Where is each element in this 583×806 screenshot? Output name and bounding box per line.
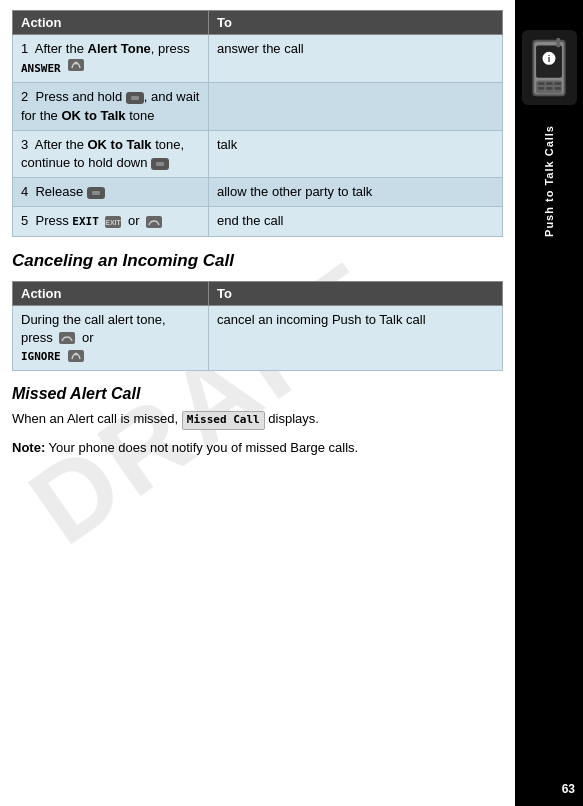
svg-rect-24 (556, 38, 560, 47)
missed-alert-title: Missed Alert Call (12, 385, 503, 403)
canceling-section-title: Canceling an Incoming Call (12, 251, 503, 271)
table-row: 3 After the OK to Talk tone, continue to… (13, 130, 503, 177)
exit-kbd: EXIT (72, 215, 99, 228)
phone-icon-container: i (522, 30, 577, 105)
row-number: 2 (21, 89, 35, 104)
svg-rect-7 (59, 332, 75, 344)
svg-rect-20 (546, 86, 552, 89)
svg-line-8 (62, 339, 63, 341)
ignore-icon (67, 349, 85, 363)
answer-icon (67, 58, 85, 72)
ptt-button-icon-3 (87, 187, 105, 199)
missed-call-badge: Missed Call (182, 411, 265, 430)
row-number: 1 (21, 41, 35, 56)
table-cell-to: talk (209, 130, 503, 177)
table-cell-to: end the call (209, 207, 503, 236)
exit-icon: EXIT (104, 215, 122, 229)
table-cell-action: During the call alert tone, press or IGN… (13, 305, 209, 371)
missed-alert-body: When an Alert call is missed, Missed Cal… (12, 409, 503, 430)
svg-line-9 (71, 339, 72, 341)
row-number: 3 (21, 137, 35, 152)
table-cell-action: 1 After the Alert Tone, press ANSWER (13, 35, 209, 83)
table-cell-action: 3 After the OK to Talk tone, continue to… (13, 130, 209, 177)
bold-text: Alert Tone (88, 41, 151, 56)
svg-rect-10 (68, 350, 84, 362)
table-cell-action: 5 Press EXIT EXIT or (13, 207, 209, 236)
canceling-table-col2-header: To (209, 281, 503, 305)
table-row: 2 Press and hold , and wait for the OK t… (13, 83, 503, 130)
content-area: DRAFT Action To 1 After the Alert Tone, … (0, 0, 515, 806)
table-row: 1 After the Alert Tone, press ANSWER ans… (13, 35, 503, 83)
ptt-button-icon (126, 92, 144, 104)
table-row: 4 Release allow the other party to talk (13, 178, 503, 207)
page-container: DRAFT Action To 1 After the Alert Tone, … (0, 0, 583, 806)
page-number: 63 (562, 782, 575, 796)
ptt-button-icon-2 (151, 158, 169, 170)
svg-text:EXIT: EXIT (106, 219, 122, 226)
canceling-table-col1-header: Action (13, 281, 209, 305)
row-number: 4 (21, 184, 35, 199)
first-table: Action To 1 After the Alert Tone, press … (12, 10, 503, 237)
bold-text: OK to Talk (88, 137, 152, 152)
svg-rect-18 (555, 82, 561, 85)
right-sidebar: i Push to Talk Calls 63 (515, 0, 583, 806)
svg-rect-21 (555, 86, 561, 89)
canceling-table-header-row: Action To (13, 281, 503, 305)
svg-point-1 (75, 62, 78, 65)
note-label: Note: (12, 440, 45, 455)
note-body: Your phone does not notify you of missed… (49, 440, 359, 455)
note-text: Note: Your phone does not notify you of … (12, 438, 503, 458)
table-cell-action: 2 Press and hold , and wait for the OK t… (13, 83, 209, 130)
table-cell-to: cancel an incoming Push to Talk call (209, 305, 503, 371)
row-number: 5 (21, 213, 35, 228)
svg-text:i: i (548, 54, 551, 64)
table-cell-to: allow the other party to talk (209, 178, 503, 207)
svg-rect-0 (68, 59, 84, 71)
bold-text: OK to Talk (61, 108, 125, 123)
svg-line-5 (149, 223, 150, 225)
ignore-kbd: IGNORE (21, 350, 61, 363)
sidebar-label: Push to Talk Calls (543, 125, 555, 237)
svg-line-6 (158, 223, 159, 225)
table-cell-to: answer the call (209, 35, 503, 83)
svg-rect-16 (538, 82, 544, 85)
end-icon (145, 215, 163, 229)
first-table-col2-header: To (209, 11, 503, 35)
missed-alert-body-text: When an Alert call is missed, (12, 411, 178, 426)
end-icon-2 (58, 331, 76, 345)
table-cell-action: 4 Release (13, 178, 209, 207)
svg-point-11 (75, 353, 78, 356)
table-cell-to (209, 83, 503, 130)
missed-alert-body-suffix: displays. (268, 411, 319, 426)
svg-rect-19 (538, 86, 544, 89)
svg-rect-17 (546, 82, 552, 85)
canceling-table: Action To During the call alert tone, pr… (12, 281, 503, 372)
first-table-col1-header: Action (13, 11, 209, 35)
table-row: During the call alert tone, press or IGN… (13, 305, 503, 371)
answer-kbd: ANSWER (21, 62, 61, 75)
phone-illustration: i (529, 38, 569, 98)
svg-rect-4 (146, 216, 162, 228)
first-table-header-row: Action To (13, 11, 503, 35)
table-row: 5 Press EXIT EXIT or end (13, 207, 503, 236)
